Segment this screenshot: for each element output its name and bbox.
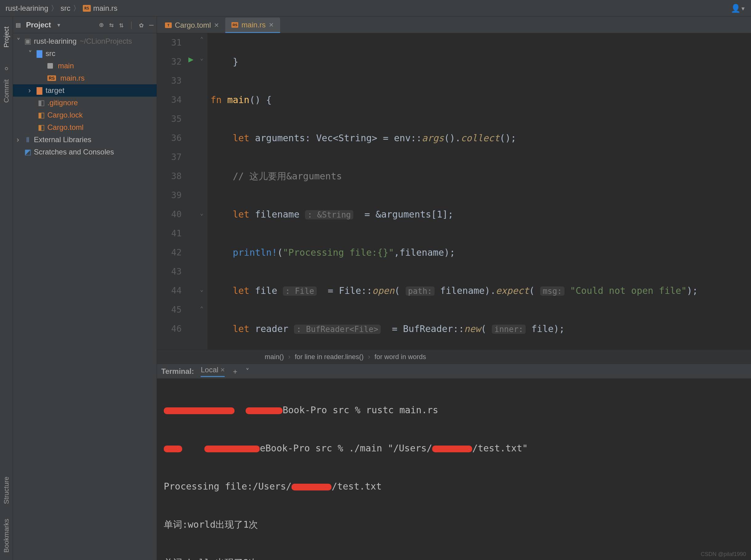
project-tree: ˅▣rust-learining~/CLionProjects ˅▇src ma… [13,33,157,560]
run-icon[interactable]: ▶ [189,54,194,64]
terminal-output[interactable]: Book-Pro src % rustc main.rs eBook-Pro s… [157,378,751,560]
tree-main-rs[interactable]: RSmain.rs [13,72,157,84]
project-header: ▤ Project ▾ ⊕ ⇆ ⇅ | ✿ — [13,17,157,33]
close-icon[interactable]: ✕ [269,21,274,28]
hide-icon[interactable]: — [149,21,154,29]
run-gutter: ▶ [186,33,199,349]
rail-project[interactable]: Project [2,26,11,47]
close-icon[interactable]: × [220,365,225,374]
tree-main-bin[interactable]: main [13,60,157,72]
tab-cargo-toml[interactable]: TCargo.toml✕ [159,18,225,33]
close-icon[interactable]: ✕ [214,22,219,29]
project-panel: ▤ Project ▾ ⊕ ⇆ ⇅ | ✿ — ˅▣rust-learining… [13,17,157,560]
code-editor[interactable]: 31323334 35363738 39404142 43444546 ▶ ⌃ … [157,33,751,349]
breadcrumb-folder[interactable]: src [61,4,71,13]
breadcrumb-file[interactable]: main.rs [93,4,118,13]
new-terminal-icon[interactable]: ＋ [232,366,239,376]
terminal-title: Terminal: [161,367,194,376]
crumb-for-word[interactable]: for word in words [375,353,426,361]
chevron-right-icon: 〉 [73,3,80,13]
navigation-bar: rust-learining 〉 src 〉 RS main.rs 👤▾ [0,0,751,17]
rust-file-icon: RS [232,22,238,28]
settings-icon[interactable]: ✿ [139,21,143,29]
tree-src[interactable]: ˅▇src [13,47,157,60]
fold-gutter: ⌃ ⌄ ⌄ ⌄ ⌃ [199,33,207,349]
tree-cargo-toml[interactable]: ◧Cargo.toml [13,121,157,134]
rail-commit[interactable]: Commit [2,79,11,103]
expand-all-icon[interactable]: ⇆ [109,21,114,29]
tree-target[interactable]: ›▇target [13,84,157,97]
user-menu-button[interactable]: 👤▾ [731,4,746,13]
project-title: Project [26,21,51,29]
editor-tabs: TCargo.toml✕ RSmain.rs✕ [157,17,751,33]
tree-gitignore[interactable]: ◧.gitignore [13,97,157,109]
terminal-header: Terminal: Local × ＋ ˅ [157,364,751,378]
chevron-right-icon: 〉 [51,3,58,13]
rail-bookmarks[interactable]: Bookmarks [2,519,11,553]
crumb-main[interactable]: main() [265,353,284,361]
rail-structure[interactable]: Structure [2,477,11,504]
tree-root[interactable]: ˅▣rust-learining~/CLionProjects [13,35,157,47]
editor-breadcrumbs: main()› for line in reader.lines()› for … [157,349,751,364]
breadcrumb-project[interactable]: rust-learining [5,4,48,13]
select-opened-file-icon[interactable]: ⊕ [99,21,103,29]
terminal-tab-local[interactable]: Local × [201,365,225,377]
watermark: CSDN @pilaf1990 [701,551,746,558]
tree-external-libs[interactable]: ›⫴External Libraries [13,134,157,146]
crumb-for-line[interactable]: for line in reader.lines() [295,353,364,361]
collapse-all-icon[interactable]: ⇅ [119,21,123,29]
code-content[interactable]: } fn main() { let arguments: Vec<String>… [207,33,751,349]
line-gutter: 31323334 35363738 39404142 43444546 [157,33,186,349]
commit-icon[interactable] [5,67,8,70]
chevron-down-icon[interactable]: ˅ [245,367,249,376]
tool-rail: Project Commit Structure Bookmarks [0,17,13,560]
toml-file-icon: T [165,22,172,28]
tree-scratches[interactable]: ◩Scratches and Consoles [13,146,157,158]
chevron-down-icon[interactable]: ▾ [57,21,61,29]
project-view-icon[interactable]: ▤ [16,21,20,29]
tab-main-rs[interactable]: RSmain.rs✕ [225,18,280,33]
tree-cargo-lock[interactable]: ◧Cargo.lock [13,109,157,121]
rust-file-icon: RS [83,5,91,12]
